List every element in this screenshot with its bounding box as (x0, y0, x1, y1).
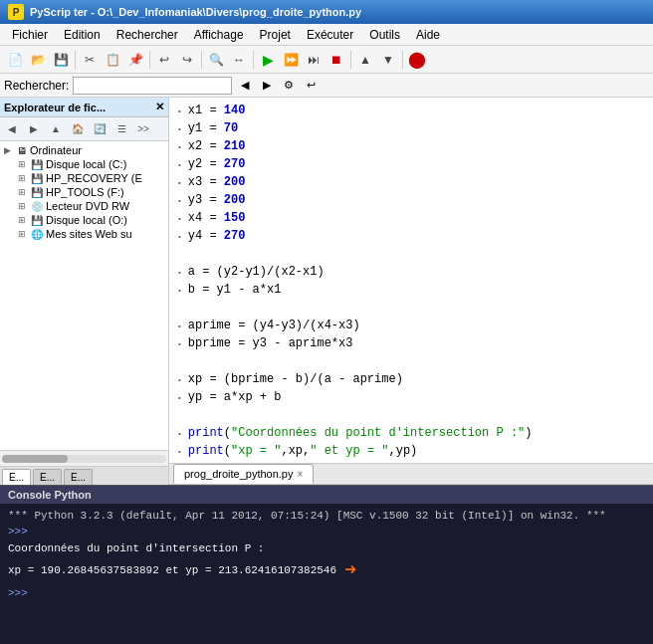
bullet: • (177, 392, 182, 404)
search-options-button[interactable]: ⚙ (280, 77, 298, 95)
sidebar-forward-button[interactable]: ▶ (24, 120, 44, 138)
tree-item-e[interactable]: ⊞ 💾 HP_RECOVERY (E (0, 171, 168, 185)
sep1 (75, 51, 76, 69)
menu-outils[interactable]: Outils (361, 26, 408, 44)
open-button[interactable]: 📂 (27, 49, 49, 71)
redo-button[interactable]: ↪ (176, 49, 198, 71)
sidebar-up-button[interactable]: ▲ (46, 120, 66, 138)
tree-item-o[interactable]: ⊞ 💾 Disque local (O:) (0, 213, 168, 227)
tree-item-c[interactable]: ⊞ 💾 Disque local (C:) (0, 157, 168, 171)
menu-executer[interactable]: Exécuter (299, 26, 361, 44)
disk-icon: 💾 (31, 187, 43, 198)
tree-item-label: Mes sites Web su (46, 228, 132, 240)
sidebar-back-button[interactable]: ◀ (2, 120, 22, 138)
console-output[interactable]: *** Python 3.2.3 (default, Apr 11 2012, … (0, 504, 653, 644)
disk-icon: 💾 (31, 215, 43, 226)
editor-wrapper: Explorateur de fic... ✕ ◀ ▶ ▲ 🏠 🔄 ☰ >> ▶… (0, 98, 653, 485)
active-tab[interactable]: prog_droite_python.py × (173, 464, 314, 484)
search-toolbar-button[interactable]: 🔍 (205, 49, 227, 71)
bullet: • (177, 267, 182, 279)
sidebar-header: Explorateur de fic... ✕ (0, 98, 168, 117)
undo-button[interactable]: ↩ (153, 49, 175, 71)
search-next-button[interactable]: ▶ (258, 77, 276, 95)
bullet: • (177, 321, 182, 332)
cut-button[interactable]: ✂ (79, 49, 101, 71)
titlebar-title: PyScrip ter - O:\_Dev_Infomaniak\Divers\… (30, 6, 361, 18)
tabbar: prog_droite_python.py × (169, 463, 653, 485)
search-close-button[interactable]: ↩ (302, 77, 320, 95)
paste-button[interactable]: 📌 (124, 49, 146, 71)
up-button[interactable]: ▲ (354, 49, 376, 71)
titlebar: P PyScrip ter - O:\_Dev_Infomaniak\Diver… (0, 0, 653, 24)
code-line-empty (177, 352, 645, 370)
code-line-empty (177, 406, 645, 424)
expand-icon: ⊞ (18, 201, 28, 211)
tree-item-f[interactable]: ⊞ 💾 HP_TOOLS (F:) (0, 185, 168, 199)
stop-button[interactable]: ⏹ (326, 49, 347, 71)
tree-item-computer[interactable]: ▶ 🖥 Ordinateur (0, 143, 168, 157)
search-prev-button[interactable]: ◀ (236, 77, 254, 95)
tree-item-label: Ordinateur (30, 144, 82, 156)
console-line: *** Python 3.2.3 (default, Apr 11 2012, … (8, 509, 645, 524)
code-line: • yp = a*xp + b (177, 388, 645, 406)
sidebar-home-button[interactable]: 🏠 (68, 120, 88, 138)
tab-close-button[interactable]: × (297, 469, 303, 480)
tree-item-label: HP_RECOVERY (E (46, 172, 142, 184)
sidebar-refresh-button[interactable]: 🔄 (90, 120, 109, 138)
search-input[interactable] (73, 77, 232, 95)
bullet: • (177, 177, 182, 189)
menu-edition[interactable]: Edition (56, 26, 109, 44)
sidebar-tab-3[interactable]: E... (64, 469, 93, 485)
console-header: Console Python (0, 486, 653, 504)
menu-aide[interactable]: Aide (408, 26, 448, 44)
menu-fichier[interactable]: Fichier (4, 26, 56, 44)
disk-icon: 💾 (31, 173, 43, 184)
down-button[interactable]: ▼ (377, 49, 399, 71)
sep6 (402, 51, 403, 69)
sidebar-tab-2[interactable]: E... (33, 469, 62, 485)
sidebar-tree: ▶ 🖥 Ordinateur ⊞ 💾 Disque local (C:) ⊞ 💾… (0, 141, 168, 450)
tab-label: prog_droite_python.py (184, 468, 293, 480)
code-line: • x3 = 200 (177, 173, 645, 191)
code-line: • print("xp = ",xp," et yp = ",yp) (177, 442, 645, 460)
code-line: • x4 = 150 (177, 209, 645, 227)
menu-rechercher[interactable]: Rechercher (109, 26, 186, 44)
editor-content[interactable]: • x1 = 140 • y1 = 70 • x2 = 210 • y2 = 2… (169, 98, 653, 463)
step-button[interactable]: ⏭ (303, 49, 325, 71)
debug-button[interactable]: ⏩ (280, 49, 302, 71)
tree-item-label: Disque local (O:) (46, 214, 127, 226)
code-line: • a = (y2-y1)/(x2-x1) (177, 263, 645, 281)
bullet: • (177, 195, 182, 207)
expand-icon: ⊞ (18, 187, 28, 197)
sidebar-scrollbar[interactable] (0, 450, 168, 466)
sidebar-menu-button[interactable]: ☰ (111, 120, 131, 138)
sidebar-pin[interactable]: ✕ (155, 101, 164, 113)
sidebar: Explorateur de fic... ✕ ◀ ▶ ▲ 🏠 🔄 ☰ >> ▶… (0, 98, 169, 485)
sidebar-tab-1[interactable]: E... (2, 469, 31, 485)
code-line: • b = y1 - a*x1 (177, 281, 645, 299)
stop-run-button[interactable]: ⬤ (406, 49, 428, 71)
sidebar-expand-button[interactable]: >> (133, 120, 153, 138)
tree-item-dvd[interactable]: ⊞ 💿 Lecteur DVD RW (0, 199, 168, 213)
web-icon: 🌐 (31, 229, 43, 240)
tree-item-label: Disque local (C:) (46, 158, 126, 170)
menu-affichage[interactable]: Affichage (186, 26, 252, 44)
search-label: Rechercher: (4, 79, 69, 93)
console-line: >>> (8, 525, 645, 539)
code-line: • x1 = 140 (177, 102, 645, 119)
copy-button[interactable]: 📋 (102, 49, 123, 71)
save-button[interactable]: 💾 (50, 49, 72, 71)
code-line: • xp = (bprime - b)/(a - aprime) (177, 370, 645, 388)
replace-button[interactable]: ↔ (228, 49, 250, 71)
bullet: • (177, 141, 182, 153)
console-line: Coordonnées du point d'intersection P : (8, 541, 645, 556)
new-button[interactable]: 📄 (4, 49, 26, 71)
bullet: • (177, 231, 182, 243)
code-line: • print("Coordonnées du point d'intersec… (177, 424, 645, 442)
menu-projet[interactable]: Projet (252, 26, 299, 44)
menubar: FichierEditionRechercherAffichageProjetE… (0, 24, 653, 46)
tree-item-web[interactable]: ⊞ 🌐 Mes sites Web su (0, 227, 168, 241)
expand-icon: ⊞ (18, 215, 28, 225)
run-button[interactable]: ▶ (257, 49, 279, 71)
arrow-icon: ➜ (344, 557, 356, 585)
